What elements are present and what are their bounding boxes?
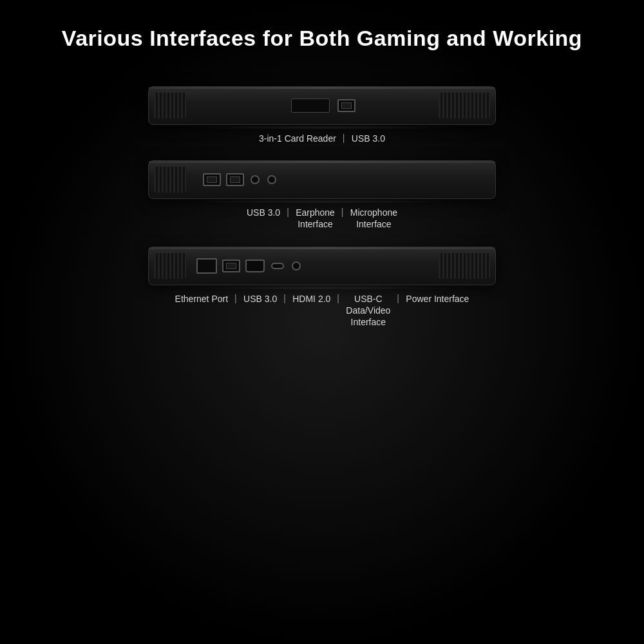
strip3-container <box>19 247 625 285</box>
strip2-ports <box>149 161 495 198</box>
usbc-port <box>271 263 284 269</box>
usb-port-2b <box>226 173 244 186</box>
label-ethernet: Ethernet Port <box>167 293 236 305</box>
usb30-1-text: USB 3.0 <box>352 133 385 144</box>
usb30-3-text: USB 3.0 <box>243 293 277 305</box>
usb-inner-1 <box>341 102 352 109</box>
power-port <box>292 261 301 270</box>
sd-card-slot <box>291 99 330 113</box>
label-card-reader: 3-in-1 Card Reader <box>251 133 344 144</box>
label-earphone: EarphoneInterface <box>288 207 343 230</box>
vent-right-1 <box>439 93 490 118</box>
hdmi-port <box>245 260 265 272</box>
device-strip-1 <box>148 86 496 125</box>
microphone-port <box>267 175 276 184</box>
vent-left-3 <box>154 253 186 279</box>
usb30-2-text: USB 3.0 <box>247 207 280 218</box>
strip-glow-3 <box>184 286 460 290</box>
hdmi-text: HDMI 2.0 <box>292 293 330 305</box>
page-wrapper: Various Interfaces for Both Gaming and W… <box>0 0 644 644</box>
usb-inner-2b <box>230 176 240 183</box>
usb-port-3 <box>222 260 240 272</box>
strip2-labels: USB 3.0 EarphoneInterface MicrophoneInte… <box>239 207 405 230</box>
card-reader-text: 3-in-1 Card Reader <box>259 133 336 144</box>
usb-port-1 <box>337 99 355 112</box>
device-strip-2 <box>148 160 496 199</box>
vent-left-1 <box>154 93 186 118</box>
vent-left-2 <box>154 167 186 193</box>
strip1-container <box>19 86 625 125</box>
usbc-text: USB-CData/VideoInterface <box>346 293 390 328</box>
usb-inner-3 <box>226 263 236 269</box>
label-usb30-2: USB 3.0 <box>239 207 288 218</box>
ethernet-port <box>196 258 217 274</box>
vent-right-3 <box>439 253 490 279</box>
device-strip-3 <box>148 247 496 285</box>
strip3-labels: Ethernet Port USB 3.0 HDMI 2.0 USB-CData… <box>167 293 477 328</box>
strip2-container <box>19 160 625 199</box>
strip-glow-1 <box>184 126 460 129</box>
usb-inner-2a <box>207 176 217 183</box>
label-usbc: USB-CData/VideoInterface <box>338 293 398 328</box>
microphone-text: MicrophoneInterface <box>350 207 397 230</box>
usb-port-2a <box>203 173 221 186</box>
earphone-port <box>251 175 260 184</box>
label-microphone: MicrophoneInterface <box>343 207 405 230</box>
ethernet-text: Ethernet Port <box>175 293 229 305</box>
strip-glow-2 <box>184 200 460 204</box>
earphone-text: EarphoneInterface <box>296 207 335 230</box>
label-usb30-3: USB 3.0 <box>236 293 285 305</box>
strip1-labels: 3-in-1 Card Reader USB 3.0 <box>251 133 393 144</box>
page-title: Various Interfaces for Both Gaming and W… <box>62 26 582 51</box>
label-hdmi: HDMI 2.0 <box>285 293 338 305</box>
label-power: Power Interface <box>398 293 477 305</box>
power-text: Power Interface <box>406 293 469 305</box>
label-usb30-1: USB 3.0 <box>344 133 393 144</box>
